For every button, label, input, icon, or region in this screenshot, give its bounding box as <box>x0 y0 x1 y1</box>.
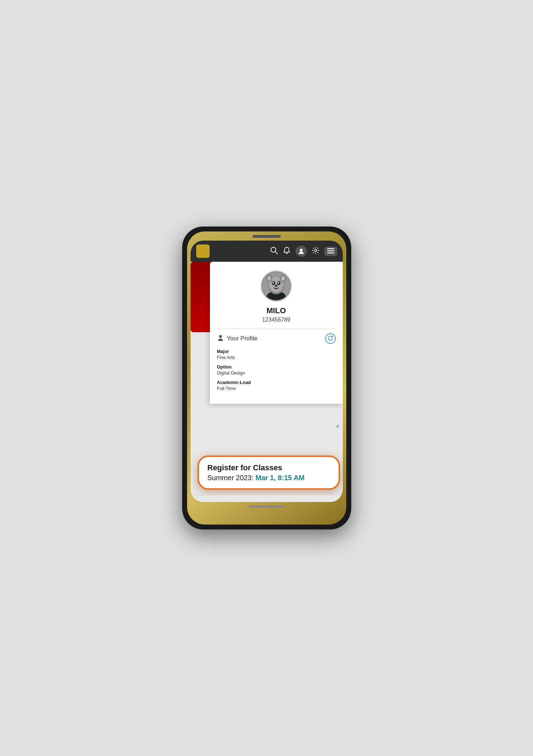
major-field: Major Fine Arts <box>217 349 336 360</box>
your-profile-label: Your Profile <box>227 335 258 342</box>
avatar-container <box>217 270 336 302</box>
refresh-icon <box>328 335 333 342</box>
register-date: Mar 1, 8:15 AM <box>255 474 304 482</box>
menu-button[interactable] <box>324 247 337 256</box>
user-name: MILO <box>217 306 336 315</box>
avatar <box>260 270 292 302</box>
svg-point-22 <box>219 335 222 338</box>
svg-point-17 <box>275 285 277 287</box>
person-icon <box>217 334 224 343</box>
svg-point-3 <box>300 249 303 252</box>
academic-load-label: Academic-Load <box>217 380 336 385</box>
user-profile-icon[interactable] <box>296 246 307 257</box>
svg-line-2 <box>275 252 278 254</box>
svg-point-16 <box>278 282 279 284</box>
phone-screen: CU <box>191 241 343 502</box>
register-subtitle-prefix: Summer 2023: <box>207 474 256 482</box>
option-field: Option Digital Design <box>217 364 336 376</box>
register-subtitle: Summer 2023: Mar 1, 8:15 AM <box>207 474 330 482</box>
major-value: Fine Arts <box>217 355 336 360</box>
your-profile-left: Your Profile <box>217 334 258 343</box>
svg-text:CU: CU <box>199 248 208 255</box>
register-card[interactable]: Register for Classes Summer 2023: Mar 1,… <box>198 456 340 490</box>
gear-icon[interactable] <box>312 247 320 256</box>
bell-icon[interactable] <box>283 247 291 256</box>
your-profile-section: Your Profile <box>217 329 336 391</box>
academic-load-value: Full-Time <box>217 386 336 391</box>
phone-outer: CU <box>182 227 351 529</box>
profile-card: MILO 123456789 <box>210 262 343 404</box>
phone-bezel: CU <box>187 231 346 525</box>
bg-out-text: ut <box>336 424 339 428</box>
your-profile-header: Your Profile <box>217 333 336 344</box>
phone-home-bar <box>249 506 284 508</box>
search-icon[interactable] <box>270 247 278 256</box>
header-icons <box>270 246 337 257</box>
major-label: Major <box>217 349 336 354</box>
app-header: CU <box>191 241 343 262</box>
user-id: 123456789 <box>217 317 336 323</box>
option-label: Option <box>217 364 336 370</box>
avatar-mascot-svg <box>261 270 291 302</box>
cu-logo: CU <box>196 244 210 258</box>
screen-content: Vi Ma ut <box>191 262 343 502</box>
academic-load-field: Academic-Load Full-Time <box>217 380 336 391</box>
option-value: Digital Design <box>217 370 336 376</box>
svg-point-4 <box>315 249 317 252</box>
register-title: Register for Classes <box>207 463 330 472</box>
bottom-nav <box>191 495 343 502</box>
svg-point-15 <box>273 282 274 284</box>
phone-speaker <box>253 235 281 238</box>
refresh-button[interactable] <box>325 333 336 344</box>
